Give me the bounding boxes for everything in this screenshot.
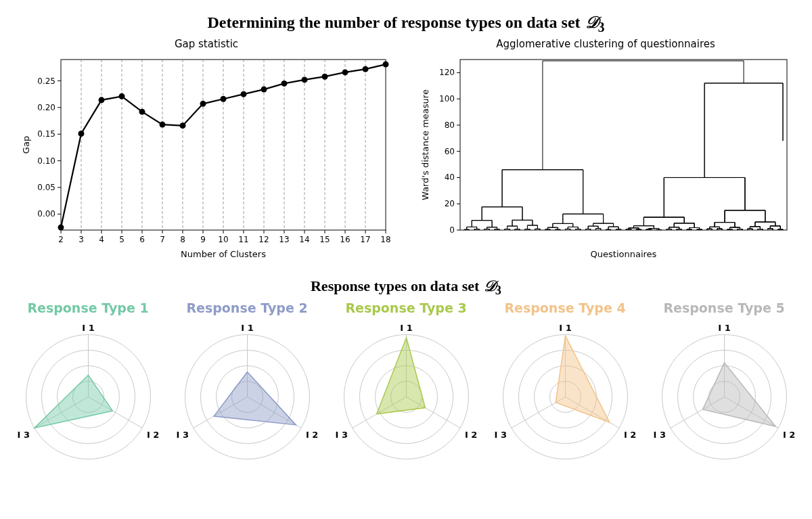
svg-point-80 (342, 69, 348, 75)
svg-point-70 (139, 108, 145, 114)
svg-text:0.15: 0.15 (37, 129, 55, 139)
svg-point-82 (383, 61, 389, 67)
svg-text:I 1: I 1 (559, 323, 571, 333)
svg-text:I 3: I 3 (176, 430, 188, 440)
radar-cell-3: Response Type 3I 1I 2I 3 (330, 300, 482, 481)
svg-text:14: 14 (299, 235, 309, 244)
radar-cell-4: Response Type 4I 1I 2I 3 (489, 300, 641, 481)
svg-text:0.10: 0.10 (37, 156, 55, 165)
top-row: Gap statistic 23456789101112131415161718… (14, 38, 798, 263)
svg-text:I 3: I 3 (494, 430, 506, 440)
main-title: Determining the number of response types… (0, 14, 812, 35)
svg-text:100: 100 (439, 94, 455, 104)
svg-text:I 2: I 2 (782, 430, 794, 440)
svg-point-73 (200, 101, 206, 107)
svg-text:60: 60 (445, 146, 455, 156)
svg-point-78 (302, 76, 308, 83)
svg-text:40: 40 (445, 173, 455, 182)
svg-point-71 (160, 121, 166, 127)
sub-title-text: Response types on data set 𝒟3 (311, 277, 501, 294)
radar-title-3: Response Type 3 (345, 300, 466, 315)
svg-text:I 3: I 3 (335, 430, 347, 440)
svg-point-81 (363, 66, 369, 72)
svg-text:4: 4 (99, 235, 104, 244)
svg-text:0.05: 0.05 (37, 183, 55, 192)
svg-text:7: 7 (160, 235, 165, 244)
svg-text:15: 15 (319, 235, 330, 244)
svg-text:10: 10 (218, 235, 228, 244)
svg-point-77 (281, 81, 288, 87)
svg-point-75 (241, 91, 247, 97)
gap-panel: Gap statistic 23456789101112131415161718… (17, 38, 396, 263)
svg-text:I 1: I 1 (718, 323, 730, 333)
svg-text:Questionnaires: Questionnaires (591, 249, 657, 259)
radar-chart-5: I 1I 2I 3 (648, 317, 800, 481)
svg-point-72 (180, 122, 186, 129)
svg-text:11: 11 (238, 235, 248, 244)
radar-title-2: Response Type 2 (186, 300, 307, 315)
radar-chart-1: I 1I 2I 3 (12, 317, 164, 481)
svg-text:5: 5 (119, 235, 125, 244)
svg-text:I 1: I 1 (82, 323, 94, 333)
svg-text:Number of Clusters: Number of Clusters (181, 249, 266, 259)
svg-text:17: 17 (360, 235, 370, 244)
radar-title-4: Response Type 4 (504, 300, 625, 315)
svg-point-76 (261, 86, 267, 92)
svg-text:I 1: I 1 (400, 323, 412, 333)
dendrogram-chart: 020406080100120QuestionnairesWard's dist… (416, 53, 795, 263)
svg-point-68 (99, 97, 105, 103)
svg-text:0.20: 0.20 (37, 103, 55, 112)
figure-root: Determining the number of response types… (0, 0, 812, 495)
svg-text:80: 80 (445, 120, 455, 130)
svg-text:I 2: I 2 (146, 430, 158, 440)
main-title-text: Determining the number of response types… (207, 14, 604, 31)
svg-text:120: 120 (439, 68, 455, 77)
radar-title-5: Response Type 5 (663, 300, 784, 315)
svg-text:12: 12 (258, 235, 269, 244)
radar-title-1: Response Type 1 (27, 300, 148, 315)
svg-text:I 3: I 3 (17, 430, 29, 440)
radar-cell-2: Response Type 2I 1I 2I 3 (171, 300, 323, 481)
svg-text:I 3: I 3 (653, 430, 665, 440)
svg-point-67 (78, 131, 85, 137)
svg-text:2: 2 (58, 235, 64, 244)
svg-point-69 (119, 93, 125, 99)
svg-text:0: 0 (449, 225, 455, 235)
svg-text:9: 9 (200, 235, 206, 244)
svg-text:18: 18 (380, 235, 390, 244)
svg-text:I 2: I 2 (464, 430, 476, 440)
svg-text:16: 16 (340, 235, 350, 244)
svg-text:I 2: I 2 (305, 430, 317, 440)
dendro-panel-title: Agglomerative clustering of questionnair… (496, 38, 715, 50)
svg-text:I 1: I 1 (241, 323, 253, 333)
gap-chart: 234567891011121314151617180.000.050.100.… (17, 53, 396, 263)
svg-point-74 (221, 96, 227, 102)
radar-chart-4: I 1I 2I 3 (489, 317, 641, 481)
svg-point-66 (58, 224, 64, 230)
svg-rect-83 (460, 60, 787, 230)
svg-point-79 (322, 73, 328, 79)
gap-panel-title: Gap statistic (175, 38, 238, 50)
svg-text:3: 3 (78, 235, 84, 244)
svg-text:Gap: Gap (21, 136, 31, 154)
radar-row: Response Type 1I 1I 2I 3Response Type 2I… (7, 300, 805, 481)
radar-cell-1: Response Type 1I 1I 2I 3 (12, 300, 164, 481)
svg-text:Ward's distance measure: Ward's distance measure (420, 89, 430, 200)
svg-text:6: 6 (139, 235, 145, 244)
svg-text:0.25: 0.25 (37, 76, 55, 85)
radar-chart-2: I 1I 2I 3 (171, 317, 323, 481)
svg-text:8: 8 (180, 235, 185, 244)
svg-text:0.00: 0.00 (37, 209, 55, 219)
radar-chart-3: I 1I 2I 3 (330, 317, 482, 481)
sub-title: Response types on data set 𝒟3 (0, 277, 812, 298)
svg-text:20: 20 (445, 199, 455, 208)
svg-text:13: 13 (279, 235, 289, 244)
svg-text:I 2: I 2 (623, 430, 635, 440)
dendro-panel: Agglomerative clustering of questionnair… (416, 38, 795, 263)
radar-cell-5: Response Type 5I 1I 2I 3 (648, 300, 800, 481)
